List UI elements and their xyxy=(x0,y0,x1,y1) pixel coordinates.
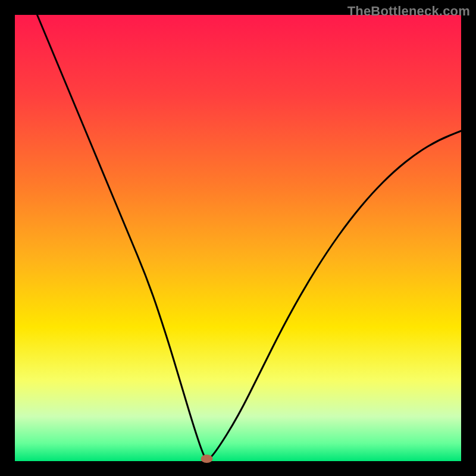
bottleneck-chart: TheBottleneck.com xyxy=(0,0,476,476)
watermark-label: TheBottleneck.com xyxy=(347,4,470,19)
chart-svg xyxy=(0,0,476,476)
plot-background xyxy=(15,15,461,461)
optimal-point-marker xyxy=(201,455,213,463)
